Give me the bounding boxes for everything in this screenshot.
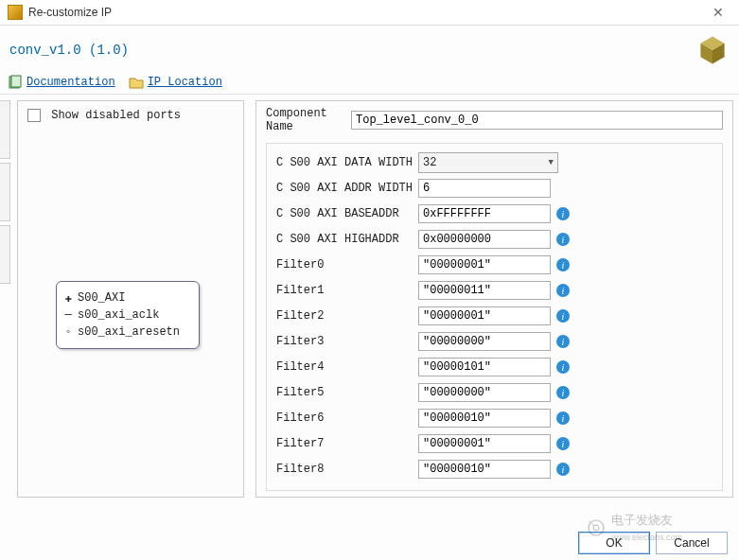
- param-row: C S00 AXI BASEADDRi: [276, 202, 713, 225]
- info-icon[interactable]: i: [556, 284, 570, 297]
- param-row: Filter8i: [276, 458, 713, 481]
- info-icon[interactable]: i: [556, 309, 570, 323]
- clock-port-icon: —: [61, 308, 76, 322]
- info-icon[interactable]: i: [556, 207, 570, 220]
- body: Show disabled ports ✚ S00_AXI — s00_axi_…: [0, 95, 739, 520]
- ip-port[interactable]: ◦ s00_axi_aresetn: [61, 324, 193, 341]
- param-label: Filter5: [276, 386, 418, 399]
- ip-symbol: ✚ S00_AXI — s00_axi_aclk ◦ s00_axi_arese…: [56, 281, 200, 349]
- collapsed-side-tabs: [0, 95, 11, 520]
- show-disabled-ports-label: Show disabled ports: [51, 109, 181, 122]
- info-icon[interactable]: i: [556, 335, 570, 348]
- param-row: C S00 AXI HIGHADDRi: [276, 228, 713, 251]
- ip-port[interactable]: — s00_axi_aclk: [61, 306, 193, 324]
- param-input[interactable]: [418, 332, 551, 351]
- param-label: Filter8: [276, 463, 418, 476]
- info-icon[interactable]: i: [556, 258, 570, 271]
- param-input[interactable]: [418, 204, 551, 223]
- param-label: Filter7: [276, 437, 418, 450]
- vivado-logo-icon: [695, 33, 730, 67]
- toolbar: Documentation IP Location: [0, 71, 739, 95]
- config-panel: Component Name C S00 AXI DATA WIDTH32▼C …: [255, 100, 733, 498]
- close-button[interactable]: ✕: [705, 0, 731, 25]
- param-input[interactable]: [418, 358, 551, 376]
- parameter-list: C S00 AXI DATA WIDTH32▼C S00 AXI ADDR WI…: [266, 143, 723, 491]
- component-name-input[interactable]: [351, 111, 723, 130]
- param-row: Filter4i: [276, 356, 713, 378]
- svg-rect-4: [11, 76, 21, 87]
- side-tab[interactable]: [0, 163, 10, 221]
- component-name-row: Component Name: [266, 107, 723, 133]
- svg-line-7: [589, 521, 594, 526]
- ip-port-label: s00_axi_aresetn: [78, 325, 180, 339]
- param-row: C S00 AXI DATA WIDTH32▼: [276, 151, 713, 174]
- param-label: C S00 AXI ADDR WIDTH: [276, 182, 418, 195]
- param-label: Filter6: [276, 411, 418, 425]
- param-label: C S00 AXI HIGHADDR: [276, 233, 418, 246]
- cancel-button[interactable]: Cancel: [656, 532, 728, 554]
- param-label: Filter0: [276, 258, 418, 271]
- app-icon: [8, 5, 23, 20]
- param-input[interactable]: [418, 255, 551, 274]
- ip-preview-panel: Show disabled ports ✚ S00_AXI — s00_axi_…: [17, 100, 244, 498]
- param-label: Filter4: [276, 360, 418, 374]
- param-row: Filter3i: [276, 330, 713, 353]
- info-icon[interactable]: i: [556, 360, 570, 374]
- param-input[interactable]: [418, 409, 551, 428]
- header: conv_v1.0 (1.0): [0, 26, 739, 71]
- dialog-footer: OK Cancel: [0, 526, 739, 560]
- param-select[interactable]: 32▼: [418, 152, 558, 173]
- ip-port-label: s00_axi_aclk: [78, 308, 159, 322]
- info-icon[interactable]: i: [556, 463, 570, 476]
- param-label: Filter2: [276, 309, 418, 323]
- param-input[interactable]: [418, 434, 551, 453]
- chevron-down-icon: ▼: [549, 158, 554, 167]
- param-label: Filter3: [276, 335, 418, 348]
- info-icon[interactable]: i: [556, 437, 570, 450]
- param-row: Filter5i: [276, 381, 713, 404]
- documentation-link[interactable]: Documentation: [26, 76, 115, 89]
- bus-port-icon: ✚: [61, 291, 76, 306]
- param-label: C S00 AXI DATA WIDTH: [276, 156, 418, 169]
- show-disabled-ports-checkbox[interactable]: [27, 109, 41, 122]
- param-input[interactable]: [418, 230, 551, 249]
- ip-location-icon: [129, 75, 144, 90]
- param-input[interactable]: [418, 306, 551, 325]
- param-input[interactable]: [418, 179, 551, 198]
- side-tab[interactable]: [0, 100, 10, 159]
- param-row: Filter0i: [276, 254, 713, 276]
- ip-location-link[interactable]: IP Location: [148, 76, 222, 89]
- titlebar: Re-customize IP ✕: [0, 0, 739, 26]
- window-title: Re-customize IP: [28, 6, 705, 19]
- param-row: Filter1i: [276, 279, 713, 302]
- param-row: Filter7i: [276, 432, 713, 455]
- param-value: 32: [423, 156, 436, 169]
- ip-title: conv_v1.0 (1.0): [9, 43, 695, 58]
- side-tab[interactable]: [0, 225, 10, 284]
- param-input[interactable]: [418, 383, 551, 402]
- param-input[interactable]: [418, 281, 551, 300]
- info-icon[interactable]: i: [556, 386, 570, 399]
- documentation-icon: [8, 75, 23, 90]
- info-icon[interactable]: i: [556, 233, 570, 246]
- reset-port-icon: ◦: [61, 325, 76, 339]
- param-row: Filter6i: [276, 407, 713, 429]
- component-name-label: Component Name: [266, 107, 351, 133]
- ip-port-label: S00_AXI: [78, 291, 125, 305]
- param-label: C S00 AXI BASEADDR: [276, 207, 418, 220]
- param-label: Filter1: [276, 284, 418, 297]
- show-disabled-ports-row[interactable]: Show disabled ports: [27, 109, 234, 122]
- param-row: Filter2i: [276, 305, 713, 327]
- ip-port[interactable]: ✚ S00_AXI: [61, 289, 193, 306]
- info-icon[interactable]: i: [556, 411, 570, 425]
- ok-button[interactable]: OK: [578, 532, 650, 554]
- param-row: C S00 AXI ADDR WIDTH: [276, 177, 713, 200]
- param-input[interactable]: [418, 460, 551, 479]
